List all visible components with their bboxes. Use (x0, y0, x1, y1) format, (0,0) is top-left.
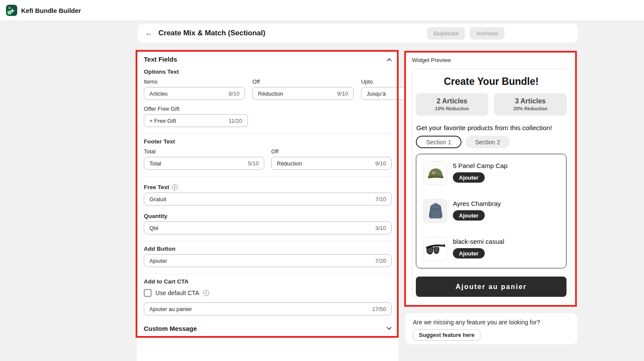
product-add-button[interactable]: Ajouter (453, 210, 485, 221)
info-icon[interactable]: i (203, 290, 209, 296)
chevron-down-icon (387, 325, 391, 330)
add-button-field: 7/20 (144, 254, 392, 267)
add-to-cart-cta-button[interactable]: Ajouter au panier (416, 277, 567, 297)
preview-subtitle: Get your favorite products from this col… (416, 124, 567, 132)
camp-cap-image (423, 161, 447, 185)
options-off-input[interactable] (258, 90, 334, 97)
product-row: Ayres Chambray Ajouter (423, 199, 559, 223)
items-field: 8/10 (144, 87, 245, 100)
custom-message-section-header[interactable]: Custom Message (144, 319, 392, 332)
suggest-feature-button[interactable]: Suggest feature here (413, 329, 480, 341)
free-text-label: Free Text (144, 184, 169, 190)
widget-preview-panel: Widget Preview Create Your Bundle! 2 Art… (405, 51, 577, 306)
product-name: black-semi casual (453, 238, 504, 245)
text-fields-panel: Text Fields Options Text Items 8/10 Off … (137, 50, 399, 361)
text-fields-content: Options Text Items 8/10 Off 9/10 Upto (137, 65, 399, 339)
custom-message-section-title: Custom Message (144, 325, 197, 332)
free-text-field: 7/10 (144, 193, 392, 205)
sunglasses-image (423, 237, 447, 261)
bundle-title: Create Your Bundle! (416, 76, 567, 87)
section-1-tab[interactable]: Section 1 (416, 136, 461, 148)
total-counter: 5/10 (248, 160, 259, 167)
add-button-counter: 7/20 (375, 258, 386, 264)
options-text-group-title: Options Text (144, 68, 392, 75)
items-input[interactable] (149, 90, 225, 97)
add-button-label: Add Button (144, 246, 392, 252)
total-label: Total (144, 148, 264, 155)
offer-free-gift-counter: 11/20 (229, 118, 242, 124)
divider (144, 274, 392, 274)
offer-free-gift-field: 11/20 (144, 114, 248, 127)
section-2-tab[interactable]: Section 2 (465, 136, 509, 148)
items-counter: 8/10 (229, 90, 239, 97)
options-off-counter: 9/10 (337, 90, 348, 97)
offer-free-gift-label: Offer Free Gift (144, 106, 392, 112)
add-to-cart-cta-counter: 17/50 (372, 306, 386, 312)
product-add-button[interactable]: Ajouter (453, 248, 485, 258)
kefi-logo-icon (6, 5, 17, 16)
quantity-counter: 3/10 (375, 225, 386, 231)
tier-discount-label: 10% Réduction (416, 106, 488, 111)
tier-option-3-articles[interactable]: 3 Articles 20% Réduction (494, 93, 567, 115)
app-title: Kefi Bundle Builder (21, 7, 81, 14)
widget-preview-label: Widget Preview (412, 57, 570, 63)
footer-off-label: Off (271, 148, 392, 155)
tier-discount-label: 20% Réduction (495, 106, 566, 111)
tier-option-2-articles[interactable]: 2 Articles 10% Réduction (416, 93, 488, 115)
free-text-input[interactable] (149, 196, 372, 202)
top-bar: Kefi Bundle Builder (0, 0, 644, 21)
use-default-cta-checkbox[interactable] (144, 289, 152, 297)
free-text-counter: 7/10 (375, 196, 386, 202)
divider (144, 134, 392, 134)
divider (144, 241, 392, 241)
products-box: 5 Panel Camp Cap Ajouter (416, 154, 567, 268)
total-field: 5/10 (144, 157, 264, 170)
product-row: black-semi casual Ajouter (423, 237, 559, 261)
product-name: Ayres Chambray (453, 200, 501, 207)
add-to-cart-cta-field: 17/50 (144, 302, 392, 315)
divider (144, 176, 392, 177)
back-arrow-icon[interactable]: ← (144, 28, 154, 38)
footer-off-field: 9/10 (271, 157, 392, 170)
quantity-label: Quantity (144, 213, 392, 219)
add-to-cart-cta-label: Add to Cart CTA (144, 278, 392, 285)
chevron-up-icon (387, 58, 391, 63)
activate-button[interactable]: Activate (470, 27, 505, 40)
options-off-label: Off (252, 78, 353, 85)
items-label: Items (144, 78, 245, 85)
duplicate-button[interactable]: Duplicate (427, 27, 465, 40)
chambray-shirt-image (423, 199, 447, 223)
page-header: ← Create Mix & Match (Sectional) Duplica… (138, 24, 578, 43)
info-icon[interactable]: i (172, 184, 178, 190)
page-title: Create Mix & Match (Sectional) (158, 29, 265, 37)
footer-off-input[interactable] (277, 160, 372, 167)
offer-free-gift-input[interactable] (149, 118, 225, 124)
feature-suggestion-text: Are we missing any feature you are looki… (413, 319, 570, 326)
product-row: 5 Panel Camp Cap Ajouter (423, 161, 559, 185)
add-to-cart-cta-input[interactable] (149, 306, 368, 312)
footer-text-group-title: Footer Text (144, 138, 392, 145)
options-off-field: 9/10 (252, 87, 353, 100)
use-default-cta-label: Use default CTA (155, 289, 199, 296)
text-fields-section-header[interactable]: Text Fields (137, 50, 399, 65)
product-add-button[interactable]: Ajouter (453, 172, 485, 183)
footer-off-counter: 9/10 (375, 160, 386, 167)
tier-items-label: 2 Articles (416, 97, 488, 105)
add-button-input[interactable] (149, 258, 372, 264)
quantity-field: 3/10 (144, 221, 392, 234)
feature-suggestion-card: Are we missing any feature you are looki… (405, 313, 577, 344)
total-input[interactable] (149, 160, 245, 167)
tier-items-label: 3 Articles (495, 97, 566, 105)
product-name: 5 Panel Camp Cap (453, 162, 508, 169)
quantity-input[interactable] (149, 225, 372, 231)
widget-preview-card: Create Your Bundle! 2 Articles 10% Réduc… (412, 68, 570, 297)
text-fields-section-title: Text Fields (144, 56, 177, 63)
